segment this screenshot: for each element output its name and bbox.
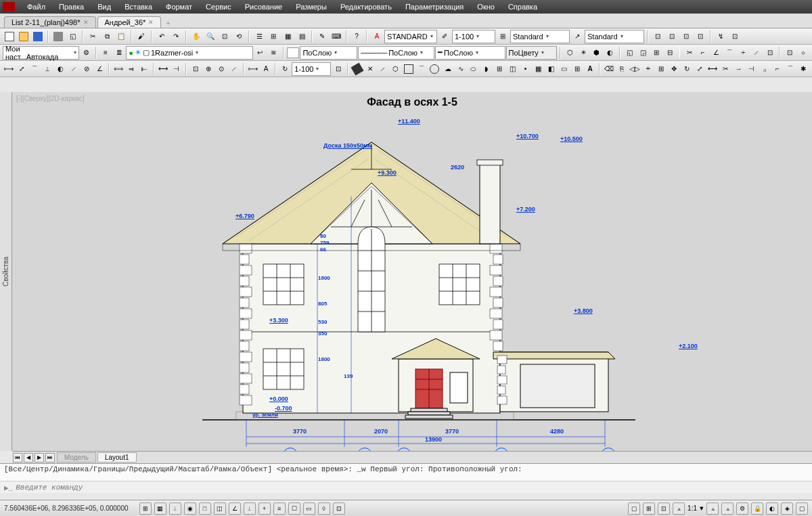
dim-diameter-button[interactable]: ⊘ xyxy=(81,62,93,76)
extend-button[interactable]: → xyxy=(732,62,744,76)
workspace-switching-button[interactable]: ⚙ xyxy=(736,502,748,515)
layer-previous-button[interactable]: ↩ xyxy=(254,46,267,60)
close-icon[interactable]: ✕ xyxy=(148,19,154,26)
dim-arc-button[interactable]: ⌒ xyxy=(28,62,41,76)
line-button[interactable] xyxy=(351,62,363,76)
command-input[interactable] xyxy=(16,483,808,492)
fillet-button[interactable]: ⌒ xyxy=(784,62,796,76)
grid-toggle[interactable]: ▦ xyxy=(154,502,166,515)
arc-button[interactable]: ⌒ xyxy=(415,62,428,76)
dimstyle-button[interactable]: ⊡ xyxy=(332,62,344,76)
tab-document-1[interactable]: List 2-11_(planj)498* ✕ xyxy=(4,16,96,28)
dim-scale-dropdown[interactable]: 1-100 xyxy=(292,62,331,76)
layout-next-button[interactable]: ▶ xyxy=(35,453,44,463)
close-icon[interactable]: ✕ xyxy=(83,19,89,26)
toolbar-lock-button[interactable]: 🔒 xyxy=(751,502,763,515)
array-button[interactable]: ⊞ xyxy=(655,62,667,76)
layer-match-button[interactable]: ≋ xyxy=(267,46,280,60)
layout-first-button[interactable]: ⏮ xyxy=(13,453,22,463)
workspace-settings-button[interactable]: ⚙ xyxy=(80,46,93,60)
design-center-button[interactable]: ⊞ xyxy=(267,30,280,43)
layer-states-button[interactable]: ≣ xyxy=(112,46,125,60)
dim-update-button[interactable]: ↻ xyxy=(279,62,291,76)
zoom-previous-button[interactable]: ⟲ xyxy=(232,30,246,43)
hatch-button[interactable]: ▦ xyxy=(532,62,544,76)
text-style-icon[interactable]: A xyxy=(370,30,384,43)
snap-toggle[interactable]: ⊞ xyxy=(139,502,152,515)
clean-screen-button[interactable]: ▢ xyxy=(796,502,808,515)
dim-space-button[interactable]: ⟷ xyxy=(157,62,169,76)
menu-help[interactable]: Справка xyxy=(501,3,544,11)
save-button[interactable] xyxy=(31,30,45,43)
render-btn-2[interactable]: ☀ xyxy=(577,46,590,60)
ortho-toggle[interactable]: ⟂ xyxy=(169,502,181,515)
plot-preview-button[interactable]: ◱ xyxy=(66,30,79,43)
markup-button[interactable]: ✎ xyxy=(315,30,329,43)
auto-scale-button[interactable]: ⟁ xyxy=(721,502,734,515)
isolate-objects-button[interactable]: ◈ xyxy=(781,502,793,515)
viewport-label[interactable]: [-][Сверху][2D-каркас] xyxy=(16,95,84,102)
menu-dimensions[interactable]: Размеры xyxy=(289,3,334,11)
move-button[interactable]: ✥ xyxy=(668,62,680,76)
ellipse-button[interactable]: ⬭ xyxy=(468,62,480,76)
color-dropdown[interactable]: ПоСлою xyxy=(300,46,357,60)
tolerance-button[interactable]: ⊡ xyxy=(189,62,202,76)
trim-button[interactable]: ✂ xyxy=(719,62,731,76)
tb-btn-e[interactable]: ↯ xyxy=(714,30,727,43)
annotation-scale[interactable]: 1:1 xyxy=(687,504,697,512)
workspace-dropdown[interactable]: Мои наст...Автокада xyxy=(3,46,79,60)
tb-btn-c[interactable]: ⊡ xyxy=(679,30,693,43)
table-button[interactable]: ⊞ xyxy=(571,62,583,76)
plotstyle-dropdown[interactable]: ПоЦвету xyxy=(506,46,557,60)
modify-btn-11[interactable]: ⊡ xyxy=(764,46,777,60)
lwt-toggle[interactable]: ≡ xyxy=(273,502,286,515)
dim-style-icon[interactable]: ✐ xyxy=(438,30,451,43)
dim-radius-button[interactable]: ◐ xyxy=(55,62,67,76)
insert-button[interactable]: ⊞ xyxy=(493,62,505,76)
new-file-button[interactable] xyxy=(3,30,16,43)
mleader-style-icon[interactable]: ↗ xyxy=(570,30,584,43)
menu-file[interactable]: Файл xyxy=(20,3,52,11)
copy-button[interactable]: ⧉ xyxy=(100,30,114,43)
render-btn-4[interactable]: ◐ xyxy=(604,46,616,60)
tab-document-2[interactable]: Андрей_36* ✕ xyxy=(97,16,162,28)
ellipse-arc-button[interactable]: ◗ xyxy=(480,62,493,76)
layout-prev-button[interactable]: ◀ xyxy=(24,453,33,463)
dim-jogged-button[interactable]: ⟋ xyxy=(68,62,80,76)
match-props-button[interactable]: 🖌 xyxy=(135,30,148,43)
jogline-button[interactable]: ⟋ xyxy=(228,62,240,76)
menu-service[interactable]: Сервис xyxy=(199,3,238,11)
dim-continue-button[interactable]: ⫦ xyxy=(138,62,150,76)
xline-button[interactable]: ✕ xyxy=(364,62,376,76)
sheet-set-button[interactable]: ▤ xyxy=(295,30,309,43)
tb-btn-a[interactable]: ⊡ xyxy=(651,30,664,43)
mtext-button[interactable]: A xyxy=(584,62,596,76)
drawing-viewport[interactable]: [-][Сверху][2D-каркас] Фасад в осях 1-5 xyxy=(12,92,812,451)
tb-btn-d[interactable]: ⊡ xyxy=(694,30,707,43)
chamfer-button[interactable]: ⌐ xyxy=(771,62,784,76)
modify-btn-9[interactable]: ÷ xyxy=(737,46,750,60)
stretch-button[interactable]: ⟷ xyxy=(706,62,719,76)
dim-angular-button[interactable]: ∠ xyxy=(93,62,106,76)
offset-button[interactable]: ⫩ xyxy=(641,62,654,76)
tb-btn-f[interactable]: ⊡ xyxy=(728,30,742,43)
zoom-window-button[interactable]: ⊡ xyxy=(218,30,231,43)
paste-button[interactable]: 📋 xyxy=(114,30,128,43)
table-style-icon[interactable]: ⊞ xyxy=(496,30,510,43)
render-btn-1[interactable]: ⬡ xyxy=(564,46,577,60)
redo-button[interactable]: ↷ xyxy=(169,30,183,43)
text-style-dropdown[interactable]: STANDARD xyxy=(384,30,437,43)
tb-btn-b[interactable]: ⊡ xyxy=(665,30,679,43)
tab-layout1[interactable]: Layout1 xyxy=(97,452,137,463)
join-button[interactable]: ⟓ xyxy=(759,62,771,76)
dim-quick-button[interactable]: ⟺ xyxy=(112,62,125,76)
help-button[interactable]: ? xyxy=(350,30,363,43)
qv-layouts-button[interactable]: ⊞ xyxy=(643,502,655,515)
explode-button[interactable]: ✱ xyxy=(797,62,809,76)
dim-edit-button[interactable]: ⟼ xyxy=(247,62,259,76)
osnap-toggle[interactable]: □ xyxy=(199,502,211,515)
scale-button[interactable]: ⤢ xyxy=(694,62,706,76)
app-icon[interactable] xyxy=(3,2,15,12)
modify-btn-3[interactable]: ⊞ xyxy=(650,46,663,60)
menu-window[interactable]: Окно xyxy=(470,3,501,11)
